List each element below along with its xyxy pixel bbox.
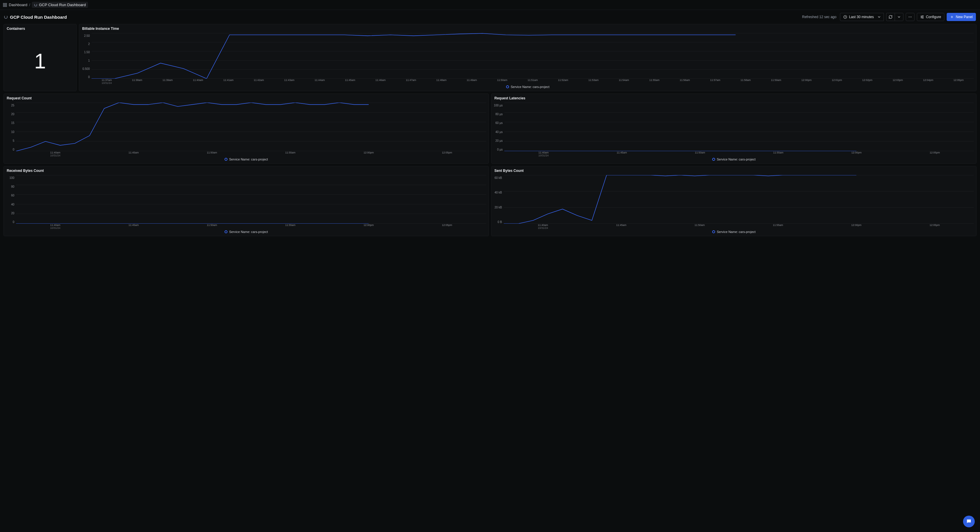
x-tick: 11:45am	[94, 151, 173, 156]
x-tick: 11:37am10/31/24	[92, 79, 122, 84]
svg-point-9	[921, 17, 921, 17]
svg-point-6	[910, 17, 910, 17]
legend[interactable]: Service Name: cars-project	[494, 229, 974, 234]
y-tick: 0	[13, 148, 14, 151]
plot-area: 11:40am10/31/2411:45am11:50am11:55am12:0…	[16, 175, 486, 229]
plot-area: 11:40am10/31/2411:45am11:50am11:55am12:0…	[16, 103, 486, 156]
x-tick: 11:58am	[730, 79, 761, 84]
y-tick: 20 µs	[496, 139, 503, 142]
y-tick: 100 µs	[494, 104, 503, 107]
legend-label: Service Name: cars-project	[511, 85, 550, 89]
breadcrumb: Dashboard / GCP Cloud Run Dashboard	[0, 0, 980, 10]
x-tick: 11:41am	[213, 79, 243, 84]
panel-title: Request Count	[4, 94, 488, 103]
stat-value-wrap: 1	[4, 33, 76, 91]
x-tick: 12:05pm	[408, 151, 486, 156]
svg-rect-1	[5, 3, 6, 5]
panel-billable-instance-time[interactable]: Billable Instance Time 2.5021.5010.5000 …	[79, 24, 977, 91]
refresh-interval-button[interactable]	[895, 13, 904, 21]
panel-request-count[interactable]: Request Count 2520151050 11:40am10/31/24…	[3, 94, 489, 164]
y-axis: 60 kB40 kB20 kB0 B	[494, 175, 504, 229]
x-axis: 11:40am10/31/2411:45am11:50am11:55am12:0…	[504, 151, 974, 156]
breadcrumb-current-pill[interactable]: GCP Cloud Run Dashboard	[32, 2, 88, 8]
panel-title: Billable Instance Time	[79, 24, 976, 33]
legend[interactable]: Service Name: cars-project	[494, 156, 974, 162]
breadcrumb-root[interactable]: Dashboard	[9, 3, 27, 7]
dashboard-grid: Containers 1 Billable Instance Time 2.50…	[0, 24, 980, 532]
y-tick: 0	[88, 75, 90, 79]
x-tick: 11:50am	[173, 224, 251, 229]
x-tick: 11:40am	[183, 79, 213, 84]
refresh-button[interactable]	[886, 13, 895, 21]
x-tick: 11:55am	[739, 151, 818, 156]
x-tick: 11:46am	[366, 79, 396, 84]
x-tick: 11:50am	[661, 151, 739, 156]
x-tick: 11:56am	[670, 79, 700, 84]
legend[interactable]: Service Name: cars-project	[81, 84, 974, 89]
y-tick: 20 kB	[495, 206, 502, 209]
x-tick: 11:40am10/31/24	[16, 224, 94, 229]
legend[interactable]: Service Name: cars-project	[6, 156, 486, 162]
configure-button[interactable]: Configure	[917, 13, 944, 21]
y-tick: 15	[11, 121, 14, 124]
panel-sent-bytes[interactable]: Sent Bytes Count 60 kB40 kB20 kB0 B 11:4…	[491, 166, 977, 236]
new-panel-button[interactable]: New Panel	[947, 13, 976, 21]
x-tick: 11:55am	[739, 224, 817, 229]
y-tick: 100	[10, 176, 14, 179]
y-tick: 40 kB	[495, 191, 502, 194]
y-axis: 100806040200	[6, 175, 16, 229]
x-tick: 11:55am	[251, 151, 329, 156]
x-tick: 12:04pm	[913, 79, 943, 84]
x-tick: 11:50am	[173, 151, 251, 156]
y-tick: 0	[13, 221, 14, 224]
svg-point-10	[923, 17, 923, 18]
new-panel-label: New Panel	[956, 15, 973, 19]
chat-launcher-button[interactable]	[963, 516, 975, 527]
legend[interactable]: Service Name: cars-project	[6, 229, 486, 234]
panel-request-latencies[interactable]: Request Latencies 100 µs80 µs60 µs40 µs2…	[491, 94, 977, 164]
more-button[interactable]	[906, 13, 915, 21]
y-tick: 40	[11, 203, 14, 206]
legend-swatch-icon	[712, 230, 715, 233]
panel-containers[interactable]: Containers 1	[3, 24, 76, 91]
y-tick: 2.50	[84, 34, 90, 37]
x-axis: 11:37am10/31/2411:38am11:39am11:40am11:4…	[92, 79, 974, 84]
y-tick: 0 B	[498, 221, 502, 224]
legend-swatch-icon	[224, 230, 228, 233]
x-tick: 11:44am	[304, 79, 335, 84]
x-tick: 11:45am	[582, 224, 660, 229]
y-tick: 1.50	[84, 51, 90, 54]
x-tick: 11:51am	[517, 79, 548, 84]
legend-label: Service Name: cars-project	[229, 157, 268, 161]
panel-title: Sent Bytes Count	[492, 166, 976, 175]
x-tick: 12:01pm	[822, 79, 852, 84]
panel-title: Containers	[4, 24, 76, 33]
breadcrumb-current: GCP Cloud Run Dashboard	[39, 3, 86, 7]
time-range-picker[interactable]: Last 30 minutes	[840, 13, 884, 21]
breadcrumb-sep: /	[29, 3, 30, 7]
y-axis: 2520151050	[6, 103, 16, 156]
x-tick: 11:59am	[761, 79, 791, 84]
plot-area: 11:40am10/31/2411:45am11:50am11:55am12:0…	[504, 103, 974, 156]
svg-point-7	[911, 17, 912, 17]
x-tick: 12:05pm	[408, 224, 486, 229]
svg-point-8	[923, 16, 923, 16]
y-tick: 10	[11, 130, 14, 133]
x-tick: 11:50am	[487, 79, 517, 84]
panel-received-bytes[interactable]: Received Bytes Count 100806040200 11:40a…	[3, 166, 489, 236]
x-tick: 11:45am	[94, 224, 173, 229]
y-tick: 20	[11, 113, 14, 116]
chart: 2520151050 11:40am10/31/2411:45am11:50am…	[6, 103, 486, 156]
chevron-down-icon	[877, 15, 881, 19]
x-tick: 11:45am	[583, 151, 661, 156]
x-tick: 11:54am	[609, 79, 639, 84]
x-tick: 11:40am10/31/24	[504, 224, 582, 229]
chart: 2.5021.5010.5000 11:37am10/31/2411:38am1…	[81, 33, 974, 84]
y-tick: 0.500	[83, 67, 90, 70]
x-tick: 12:00pm	[791, 79, 821, 84]
legend-label: Service Name: cars-project	[717, 230, 756, 233]
x-tick: 11:53am	[578, 79, 609, 84]
chat-icon	[966, 519, 972, 524]
page-title: GCP Cloud Run Dashboard	[10, 14, 67, 20]
chart: 60 kB40 kB20 kB0 B 11:40am10/31/2411:45a…	[494, 175, 974, 229]
